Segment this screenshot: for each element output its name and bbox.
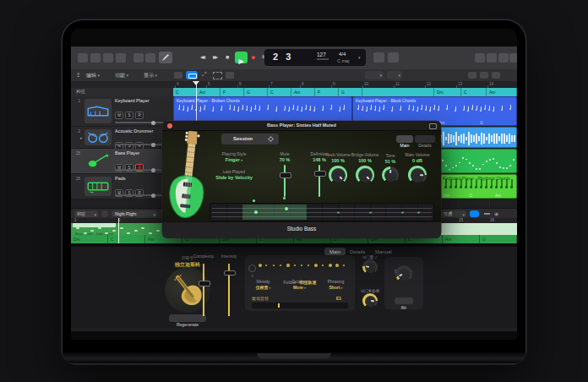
bass-player-plugin-window[interactable]: Bass Player: Sixties Half Muted Session …	[162, 121, 441, 237]
editor-chord-menu[interactable]: 和弦 ▾	[74, 210, 98, 217]
lcd-chevron-icon[interactable]: ▾	[358, 55, 361, 60]
playhead-marker[interactable]	[193, 81, 199, 89]
chord-cell[interactable]: F	[220, 88, 244, 96]
volume-slider[interactable]	[115, 194, 167, 196]
track-number: 26	[73, 177, 80, 181]
tuner-icon[interactable]	[373, 52, 384, 63]
playing-style-value[interactable]: Finger ▾	[213, 157, 255, 162]
count-in-icon[interactable]	[388, 52, 399, 63]
chord-cell[interactable]: C	[173, 88, 197, 96]
minus-icon[interactable]	[484, 213, 490, 215]
track-msr-buttons: MSR	[115, 105, 145, 120]
strip-chord-cell[interactable]: G	[480, 235, 517, 243]
stop-button[interactable]: ■	[226, 54, 229, 60]
move-up-icon[interactable]: ↥	[76, 72, 81, 79]
strip-chord-cell[interactable]: C	[108, 235, 145, 243]
smart-controls-icon[interactable]	[133, 53, 144, 63]
chord-cell[interactable]: G	[339, 88, 362, 96]
strip-chord-cell[interactable]: Am	[443, 235, 480, 243]
record-button[interactable]: ●	[251, 53, 255, 62]
region[interactable]: Keyboard Player - Rhythmic ChordsDmCAm	[439, 174, 517, 199]
param-slider-mute[interactable]: Mute70 %	[266, 151, 303, 200]
chord-cell[interactable]: Am	[487, 88, 517, 96]
menu-2[interactable]: 功能 ▾	[115, 72, 128, 79]
lcd-display[interactable]: 2 3 127 4/4 C maj ▾	[264, 49, 366, 66]
grid-icon[interactable]	[174, 72, 182, 79]
param-knob-[interactable]	[350, 280, 390, 312]
chord-track[interactable]: CAmFGCAmFGDmCAm	[173, 88, 517, 96]
chord-cell[interactable]: C	[461, 88, 487, 96]
note-pads-icon[interactable]	[487, 53, 497, 63]
menu-3[interactable]: 显示 ▾	[144, 72, 157, 79]
disclosure-icon[interactable]: ▸	[80, 135, 83, 140]
chord-cell[interactable]: Dm	[434, 88, 461, 96]
param-knob-[interactable]	[350, 246, 390, 278]
editor-playhead[interactable]	[118, 218, 119, 243]
tool-menu[interactable]: ▾	[387, 71, 402, 79]
slider-handle[interactable]	[199, 281, 210, 286]
editor-grid-icon[interactable]	[101, 210, 108, 217]
slider-handle[interactable]	[224, 270, 236, 276]
zoom-v-icon[interactable]	[480, 72, 488, 79]
chord-cell[interactable]: Am	[291, 88, 315, 96]
track-header-bass-player[interactable]: 25Bass PlayerMSR	[71, 149, 173, 174]
tab-main[interactable]: Main	[324, 248, 346, 255]
quick-help-icon[interactable]	[78, 53, 88, 63]
plugin-tab-details[interactable]: Details	[415, 135, 435, 143]
mixer-icon[interactable]	[145, 53, 155, 63]
record-dot-icon[interactable]: ◉	[494, 210, 498, 216]
loop-browser-icon[interactable]	[498, 53, 509, 63]
macbook-base	[63, 352, 525, 363]
param-knob-main-volume[interactable]: Main Volume0 dB	[397, 152, 438, 188]
link-icon[interactable]	[429, 123, 437, 129]
swing-rate-button[interactable]: 8th	[395, 297, 413, 304]
chord-cell[interactable]: F	[315, 88, 339, 96]
pattern-dots[interactable]	[259, 262, 351, 269]
zoom-h-icon[interactable]	[468, 72, 476, 79]
chord-cell[interactable]: C	[268, 88, 291, 96]
toolbar-clock-icon[interactable]	[103, 53, 113, 63]
chord-cell[interactable]	[362, 88, 434, 96]
snap-icon[interactable]	[186, 71, 198, 79]
slider-handle[interactable]	[280, 172, 291, 178]
crossfade-tool-icon[interactable]: ⤢	[202, 71, 207, 78]
catch-icon[interactable]	[226, 72, 234, 79]
pattern-selector[interactable]: Night Flight ▾	[112, 210, 157, 217]
track-header-pads[interactable]: 26PadsMSR	[71, 174, 173, 199]
inspector-icon[interactable]	[90, 53, 101, 63]
rewind-button[interactable]: ◂◂	[200, 53, 204, 61]
menu-1[interactable]: 编辑 ▾	[86, 72, 100, 79]
chord-cell[interactable]: G	[244, 88, 268, 96]
volume-slider[interactable]	[115, 144, 167, 145]
macbook-frame: ◂◂ ▸▸ ■ ▶ ● ⇆ 2 3 127 4/4 C maj ▾	[63, 20, 525, 363]
logic-pro-window: ◂◂ ▸▸ ■ ▶ ● ⇆ 2 3 127 4/4 C maj ▾	[71, 46, 517, 331]
s-button[interactable]: S	[125, 112, 133, 119]
list-editors-icon[interactable]	[475, 53, 485, 63]
fill-knob-2[interactable]: 过门复杂度	[355, 289, 385, 323]
m-button[interactable]: M	[115, 112, 123, 119]
play-button[interactable]: ▶	[235, 52, 248, 63]
midi-toggle[interactable]: M	[470, 210, 479, 217]
marquee-tool-icon[interactable]	[213, 72, 222, 79]
slider-intensity[interactable]: Intensity	[210, 254, 248, 325]
track-header-acoustic-drummer[interactable]: 2▸Acoustic DrummerMSR	[71, 127, 173, 149]
pattern-dot	[301, 265, 302, 266]
plugin-tab-main[interactable]: Main	[396, 135, 413, 143]
preset-selector[interactable]: Session	[221, 134, 279, 145]
nudge-menu[interactable]: ▾	[365, 71, 384, 79]
region-title: Keyboard Player - Broken Chords	[177, 98, 240, 103]
gear-icon[interactable]	[268, 136, 274, 142]
r-button[interactable]: R	[135, 112, 144, 119]
editors-pencil-icon[interactable]	[159, 52, 172, 63]
volume-slider[interactable]	[115, 169, 167, 171]
low-note-slider[interactable]	[252, 303, 348, 308]
display-mode-icon[interactable]	[116, 53, 126, 63]
volume-slider[interactable]	[115, 122, 167, 123]
track-header-keyboard-player[interactable]: 1Keyboard PlayerMSR	[71, 96, 173, 127]
strip-chord-cell[interactable]: Dm	[71, 235, 108, 243]
browser-icon[interactable]	[509, 53, 517, 63]
waveform-zoom-icon[interactable]	[492, 72, 500, 79]
chord-cell[interactable]: Am	[197, 88, 220, 96]
beat-menu[interactable]: 节拍 ▾	[441, 210, 466, 217]
forward-button[interactable]: ▸▸	[213, 53, 216, 61]
